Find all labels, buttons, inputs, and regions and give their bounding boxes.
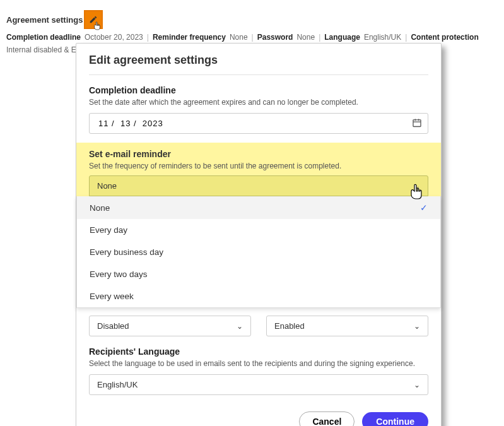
recipients-language-desc: Select the language to be used in emails… xyxy=(89,359,428,368)
reminder-option-every-week[interactable]: Every week xyxy=(77,285,440,307)
content-protection-row: Disabled ⌄ Enabled ⌄ xyxy=(89,316,428,336)
dialog-footer: Cancel Continue xyxy=(89,411,428,426)
email-reminder-title: Set e-mail reminder xyxy=(89,149,428,159)
recipients-language-title: Recipients' Language xyxy=(89,346,428,357)
summary-language-label: Language xyxy=(324,33,360,42)
pencil-icon xyxy=(89,15,98,24)
reminder-option-every-business-day[interactable]: Every business day xyxy=(77,241,440,263)
summary-deadline-value: October 20, 2023 xyxy=(85,33,143,42)
summary-reminder-value: None xyxy=(230,33,248,42)
completion-deadline-input[interactable] xyxy=(89,113,428,134)
chevron-down-icon: ⌄ xyxy=(237,322,243,331)
check-icon: ✓ xyxy=(420,203,428,213)
internal-protection-select[interactable]: Disabled ⌄ xyxy=(89,316,251,336)
dialog-title: Edit agreement settings xyxy=(89,54,428,67)
completion-deadline-title: Completion deadline xyxy=(89,85,428,95)
reminder-option-every-day[interactable]: Every day xyxy=(77,219,440,241)
page-title: Agreement settings xyxy=(6,15,83,25)
recipients-language-section: Recipients' Language Select the language… xyxy=(89,346,428,395)
external-protection-select[interactable]: Enabled ⌄ xyxy=(266,316,428,336)
completion-deadline-section: Completion deadline Set the date after w… xyxy=(89,85,428,134)
completion-deadline-desc: Set the date after which the agreement e… xyxy=(89,98,428,107)
reminder-options-panel: None ✓ Every day Every business day Ever… xyxy=(76,196,441,308)
recipients-language-select[interactable]: English/UK ⌄ xyxy=(89,374,428,395)
continue-button[interactable]: Continue xyxy=(362,412,428,426)
edit-settings-button[interactable] xyxy=(84,10,103,29)
summary-password-value: None xyxy=(296,33,315,42)
reminder-selected-value: None xyxy=(97,181,117,191)
chevron-down-icon: ⌄ xyxy=(414,381,420,389)
summary-protection-label: Content protection xyxy=(411,33,478,42)
chevron-down-icon: ⌄ xyxy=(414,322,420,331)
summary-deadline-label: Completion deadline xyxy=(6,33,81,42)
reminder-option-none[interactable]: None ✓ xyxy=(77,196,440,219)
reminder-frequency-select[interactable]: None ⌄ xyxy=(89,175,428,196)
cancel-button[interactable]: Cancel xyxy=(299,411,355,426)
summary-reminder-label: Reminder frequency xyxy=(153,33,226,42)
email-reminder-section: Set e-mail reminder Set the frequency of… xyxy=(76,143,441,196)
divider xyxy=(89,74,428,75)
edit-agreement-settings-dialog: Edit agreement settings Completion deadl… xyxy=(76,43,442,426)
chevron-down-icon: ⌄ xyxy=(414,182,420,191)
reminder-option-every-two-days[interactable]: Every two days xyxy=(77,263,440,285)
svg-rect-0 xyxy=(413,119,421,126)
email-reminder-desc: Set the frequency of reminders to be sen… xyxy=(89,162,428,170)
calendar-icon[interactable] xyxy=(412,117,422,129)
summary-language-value: English/UK xyxy=(364,33,401,42)
summary-password-label: Password xyxy=(257,33,293,42)
